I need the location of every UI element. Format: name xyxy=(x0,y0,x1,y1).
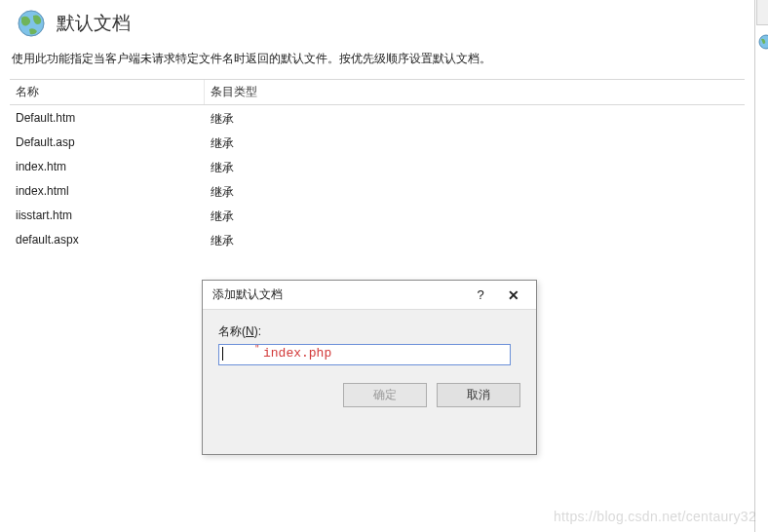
table-row[interactable]: Default.htm 继承 xyxy=(10,107,745,132)
cell-name: index.html xyxy=(10,182,205,203)
table-row[interactable]: index.htm 继承 xyxy=(10,156,745,180)
watermark: https://blog.csdn.net/centaury32 xyxy=(554,509,756,524)
default-documents-panel: 默认文档 使用此功能指定当客户端未请求特定文件名时返回的默认文件。按优先级顺序设… xyxy=(0,0,755,532)
add-default-document-dialog: 添加默认文档 ? ✕ 名称(N): " index.php 确定 取消 xyxy=(202,280,537,455)
cell-name: iisstart.htm xyxy=(10,207,205,227)
name-field-label: 名称(N): xyxy=(218,323,520,340)
cell-name: index.htm xyxy=(10,158,205,178)
cell-name: Default.asp xyxy=(10,133,205,154)
documents-table: 名称 条目类型 Default.htm 继承 Default.asp 继承 in… xyxy=(10,79,745,253)
table-body: Default.htm 继承 Default.asp 继承 index.htm … xyxy=(10,105,745,253)
dialog-titlebar[interactable]: 添加默认文档 ? ✕ xyxy=(203,281,536,310)
name-input-wrap: " index.php xyxy=(218,344,511,365)
table-row[interactable]: Default.asp 继承 xyxy=(10,132,745,156)
label-prefix: 名称( xyxy=(218,324,246,338)
right-sidebar-sliver xyxy=(756,0,768,25)
page-title: 默认文档 xyxy=(57,11,131,36)
name-input[interactable] xyxy=(218,344,511,365)
help-button[interactable]: ? xyxy=(464,282,497,309)
ok-button[interactable]: 确定 xyxy=(343,383,427,407)
cell-type: 继承 xyxy=(205,133,322,154)
cell-name: Default.htm xyxy=(10,109,205,130)
label-accelerator: N xyxy=(246,324,254,338)
cell-type: 继承 xyxy=(205,207,322,227)
table-header: 名称 条目类型 xyxy=(10,80,745,105)
dialog-buttons: 确定 取消 xyxy=(203,373,536,419)
table-row[interactable]: default.aspx 继承 xyxy=(10,229,745,253)
label-suffix: ): xyxy=(254,324,261,338)
globe-icon xyxy=(16,8,47,39)
column-header-type[interactable]: 条目类型 xyxy=(205,80,322,104)
cell-type: 继承 xyxy=(205,182,322,203)
text-cursor xyxy=(222,347,223,361)
table-row[interactable]: index.html 继承 xyxy=(10,180,745,205)
panel-header: 默认文档 xyxy=(0,0,754,43)
page-description: 使用此功能指定当客户端未请求特定文件名时返回的默认文件。按优先级顺序设置默认文档… xyxy=(0,43,754,75)
cell-type: 继承 xyxy=(205,158,322,178)
column-header-name[interactable]: 名称 xyxy=(10,80,205,104)
cell-type: 继承 xyxy=(205,231,322,251)
cancel-button[interactable]: 取消 xyxy=(437,383,520,407)
table-row[interactable]: iisstart.htm 继承 xyxy=(10,205,745,229)
close-button[interactable]: ✕ xyxy=(497,282,530,309)
cell-type: 继承 xyxy=(205,109,322,130)
globe-icon xyxy=(758,34,768,50)
cell-name: default.aspx xyxy=(10,231,205,251)
dialog-body: 名称(N): " index.php xyxy=(203,310,536,373)
dialog-title: 添加默认文档 xyxy=(212,286,464,303)
